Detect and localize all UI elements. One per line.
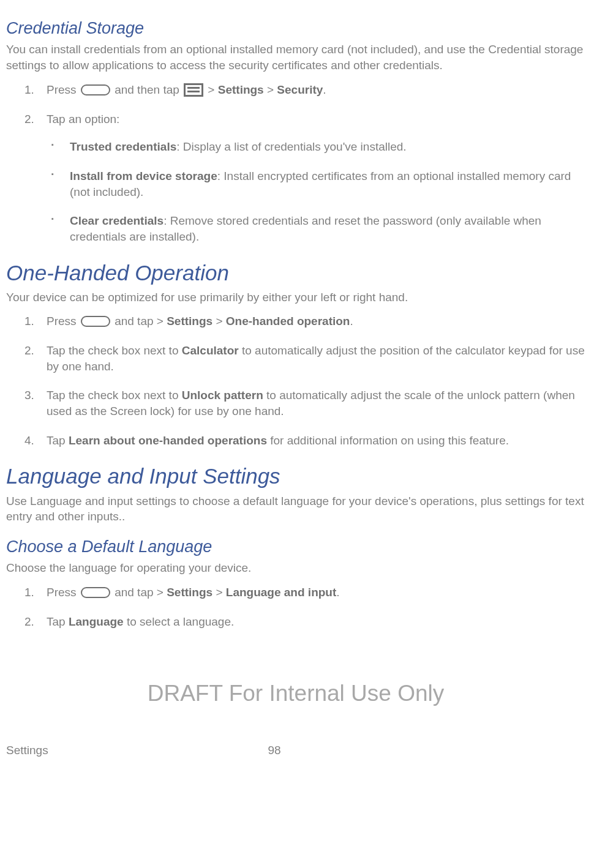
steps-credential-storage: Press and then tap > Settings > Security… <box>24 82 585 245</box>
steps-one-handed: Press and tap > Settings > One-handed op… <box>24 313 585 448</box>
label-settings: Settings <box>218 83 264 96</box>
label-unlock-pattern: Unlock pattern <box>182 389 263 402</box>
step-item: Tap the check box next to Calculator to … <box>24 343 585 374</box>
home-button-icon <box>81 316 110 327</box>
list-text: : Display a list of credentials you've i… <box>176 140 406 153</box>
step-text: . <box>323 83 326 96</box>
watermark-draft: DRAFT For Internal Use Only <box>6 678 585 709</box>
heading-one-handed-operation: One-Handed Operation <box>6 258 585 287</box>
step-text: . <box>350 315 353 327</box>
step-text: Tap <box>47 434 69 447</box>
heading-credential-storage: Credential Storage <box>6 17 585 39</box>
label-calculator: Calculator <box>182 344 239 357</box>
step-text: > <box>212 315 226 327</box>
label-settings: Settings <box>167 586 212 599</box>
step-item: Tap Learn about one-handed operations fo… <box>24 433 585 449</box>
step-item: Press and tap > Settings > Language and … <box>24 585 585 600</box>
step-text: Press <box>47 315 80 327</box>
heading-choose-default-language: Choose a Default Language <box>6 536 585 558</box>
step-text: . <box>336 586 339 599</box>
list-item: Install from device storage: Install enc… <box>48 168 585 200</box>
sub-list: Trusted credentials: Display a list of c… <box>48 139 585 244</box>
list-item: Trusted credentials: Display a list of c… <box>48 139 585 155</box>
step-text: and then tap <box>111 83 182 96</box>
step-item: Press and tap > Settings > One-handed op… <box>24 313 585 329</box>
list-item: Clear credentials: Remove stored credent… <box>48 213 585 244</box>
step-item: Tap an option: Trusted credentials: Disp… <box>24 111 585 245</box>
step-text: Press <box>47 83 80 96</box>
label-language-and-input: Language and input <box>226 586 337 599</box>
label-install-from-device-storage: Install from device storage <box>70 170 217 182</box>
intro-language-input: Use Language and input settings to choos… <box>6 493 585 525</box>
step-text: to select a language. <box>124 615 235 628</box>
steps-choose-language: Press and tap > Settings > Language and … <box>24 585 585 629</box>
step-text: for additional information on using this… <box>267 434 509 447</box>
step-text: Press <box>47 586 80 599</box>
footer-spacer <box>378 743 585 758</box>
step-text: and tap > <box>111 586 167 599</box>
step-text: Tap an option: <box>47 113 119 125</box>
label-trusted-credentials: Trusted credentials <box>70 140 176 153</box>
page-footer: Settings 98 <box>6 743 585 758</box>
label-language: Language <box>69 615 124 628</box>
intro-credential-storage: You can install credentials from an opti… <box>6 42 585 73</box>
menu-icon <box>184 83 203 97</box>
step-text: Tap the check box next to <box>47 389 182 402</box>
step-item: Tap Language to select a language. <box>24 614 585 630</box>
step-text: and tap > <box>111 315 167 327</box>
label-security: Security <box>277 83 323 96</box>
home-button-icon <box>81 84 110 95</box>
step-item: Tap the check box next to Unlock pattern… <box>24 387 585 419</box>
label-learn-about-one-handed: Learn about one-handed operations <box>69 434 267 447</box>
heading-language-input: Language and Input Settings <box>6 462 585 490</box>
label-settings: Settings <box>167 315 212 327</box>
step-text: Tap the check box next to <box>47 344 182 357</box>
step-text: > <box>212 586 226 599</box>
label-one-handed-operation: One-handed operation <box>226 315 350 327</box>
footer-page-number: 98 <box>171 743 378 758</box>
label-clear-credentials: Clear credentials <box>70 214 164 227</box>
step-text: > <box>264 83 277 96</box>
intro-choose-default-language: Choose the language for operating your d… <box>6 560 585 576</box>
step-text: > <box>205 83 218 96</box>
intro-one-handed-operation: Your device can be optimized for use pri… <box>6 290 585 305</box>
step-text: Tap <box>47 615 69 628</box>
home-button-icon <box>81 587 110 598</box>
step-item: Press and then tap > Settings > Security… <box>24 82 585 98</box>
